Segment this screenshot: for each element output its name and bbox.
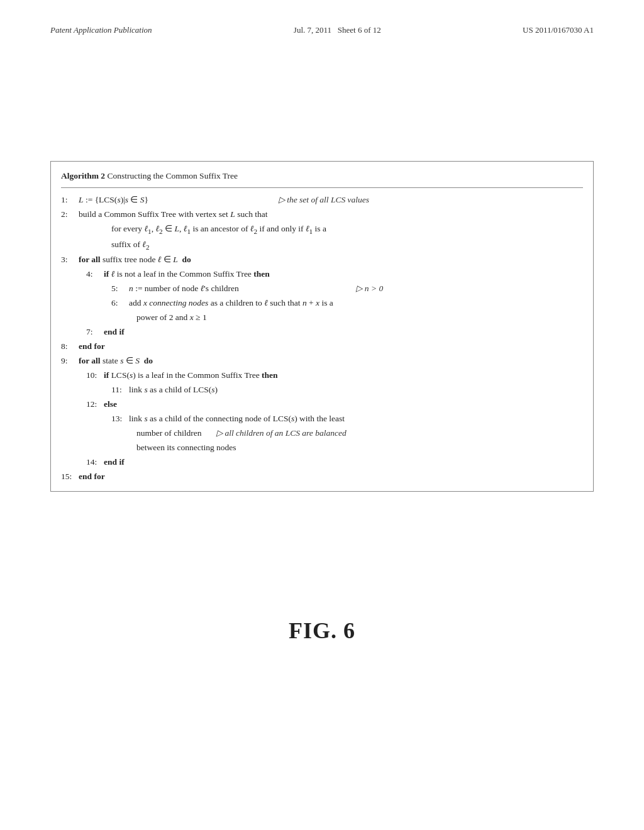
line-num-4: 4:: [86, 267, 104, 282]
algo-line-2b: suffix of ℓ2: [61, 238, 583, 253]
line-num-7: 7:: [86, 325, 104, 340]
line-num-11: 11:: [111, 383, 129, 397]
line-content-4: if ℓ is not a leaf in the Common Suffix …: [104, 267, 583, 282]
algo-line-14: 14: end if: [61, 455, 583, 470]
algo-line-2a: for every ℓ1, ℓ2 ∈ L, ℓ1 is an ancestor …: [61, 222, 583, 238]
algo-label: Algorithm 2: [61, 171, 105, 180]
algo-line-8: 8: end for: [61, 340, 583, 354]
line-num-14: 14:: [86, 455, 104, 470]
line-content-13c: between its connecting nodes: [136, 441, 583, 455]
algo-line-6b: power of 2 and x ≥ 1: [61, 311, 583, 325]
figure-label: FIG. 6: [50, 617, 594, 644]
algo-line-9: 9: for all state s ∈ S do: [61, 354, 583, 368]
algo-line-11: 11: link s as a child of LCS(s): [61, 383, 583, 397]
line-num-10: 10:: [86, 368, 104, 383]
algo-line-15: 15: end for: [61, 470, 583, 484]
line-num-3: 3:: [61, 253, 79, 267]
header-publication: Patent Application Publication: [50, 25, 152, 35]
algo-line-13: 13: link s as a child of the connecting …: [61, 412, 583, 426]
line-num-13: 13:: [111, 412, 129, 426]
algo-title-text: Constructing the Common Suffix Tree: [108, 171, 238, 180]
page-header: Patent Application Publication Jul. 7, 2…: [50, 25, 594, 35]
line-num-9: 9:: [61, 354, 79, 368]
algo-line-7: 7: end if: [61, 325, 583, 340]
line-content-2a: for every ℓ1, ℓ2 ∈ L, ℓ1 is an ancestor …: [111, 222, 583, 238]
content-area: Algorithm 2 Constructing the Common Suff…: [50, 161, 594, 492]
algo-line-13c: between its connecting nodes: [61, 441, 583, 455]
algo-line-4: 4: if ℓ is not a leaf in the Common Suff…: [61, 267, 583, 282]
algo-line-3: 3: for all suffix tree node ℓ ∈ L do: [61, 253, 583, 267]
line-content-2: build a Common Suffix Tree with vertex s…: [79, 208, 583, 222]
line-content-10: if LCS(s) is a leaf in the Common Suffix…: [104, 368, 583, 383]
header-date-sheet: Jul. 7, 2011 Sheet 6 of 12: [294, 25, 381, 35]
line-content-11: link s as a child of LCS(s): [129, 383, 583, 397]
line-num-6: 6:: [111, 296, 129, 311]
line-content-13: link s as a child of the connecting node…: [129, 412, 583, 426]
line-content-8: end for: [79, 340, 583, 354]
line-content-15: end for: [79, 470, 583, 484]
line-num-12: 12:: [86, 397, 104, 412]
algo-line-6: 6: add x connecting nodes as a children …: [61, 296, 583, 311]
line-num-1: 1:: [61, 193, 79, 208]
algorithm-box: Algorithm 2 Constructing the Common Suff…: [50, 161, 594, 492]
line-content-6b: power of 2 and x ≥ 1: [136, 311, 583, 325]
header-patent-number: US 2011/0167030 A1: [523, 25, 594, 35]
algorithm-title: Algorithm 2 Constructing the Common Suff…: [61, 169, 583, 188]
algo-line-12: 12: else: [61, 397, 583, 412]
algo-line-13b: number of children ▷ all children of an …: [61, 426, 583, 441]
algo-line-10: 10: if LCS(s) is a leaf in the Common Su…: [61, 368, 583, 383]
line-content-13b: number of children ▷ all children of an …: [136, 426, 583, 441]
line-num-15: 15:: [61, 470, 79, 484]
algo-line-5: 5: n := number of node ℓ's children ▷ n …: [61, 282, 583, 296]
line-content-14: end if: [104, 455, 583, 470]
line-content-12: else: [104, 397, 583, 412]
line-content-2b: suffix of ℓ2: [111, 238, 583, 253]
page: Patent Application Publication Jul. 7, 2…: [0, 0, 644, 830]
line-num-5: 5:: [111, 282, 129, 296]
algo-line-1: 1: L := {LCS(s)|s ∈ S} ▷ the set of all …: [61, 193, 583, 208]
line-num-2: 2:: [61, 208, 79, 222]
line-content-6: add x connecting nodes as a children to …: [129, 296, 583, 311]
line-content-7: end if: [104, 325, 583, 340]
line-content-3: for all suffix tree node ℓ ∈ L do: [79, 253, 583, 267]
line-content-5: n := number of node ℓ's children ▷ n > 0: [129, 282, 583, 296]
line-content-1: L := {LCS(s)|s ∈ S} ▷ the set of all LCS…: [79, 193, 583, 208]
line-content-9: for all state s ∈ S do: [79, 354, 583, 368]
line-num-8: 8:: [61, 340, 79, 354]
algo-line-2: 2: build a Common Suffix Tree with verte…: [61, 208, 583, 222]
